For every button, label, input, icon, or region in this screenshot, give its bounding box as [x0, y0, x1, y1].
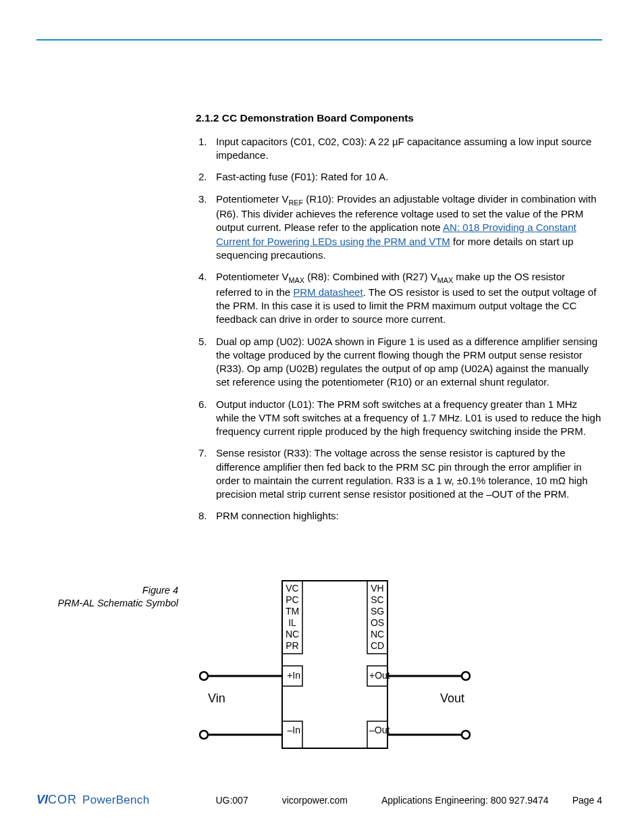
item-text: Output inductor (L01): The PRM soft swit… — [216, 398, 602, 439]
list-item: 5. Dual op amp (U02): U02A shown in Figu… — [196, 335, 602, 390]
pin-cd: CD — [371, 640, 384, 651]
item-number: 8. — [196, 509, 216, 523]
item-text: Dual op amp (U02): U02A shown in Figure … — [216, 335, 602, 390]
item-text: Potentiometer VMAX (R8): Combined with (… — [216, 270, 602, 326]
list-item: 4. Potentiometer VMAX (R8): Combined wit… — [196, 270, 602, 326]
pin-sc: SC — [371, 594, 383, 605]
footer-app-eng: Applications Engineering: 800 927.9474 — [381, 795, 549, 806]
item-number: 7. — [196, 446, 216, 501]
pin-il: IL — [288, 617, 296, 628]
page-footer: VICOR PowerBench UG:007 vicorpower.com A… — [36, 793, 602, 807]
label-in-neg: –In — [288, 725, 300, 735]
pin-vh: VH — [371, 583, 383, 594]
main-content: 2.1.2 CC Demonstration Board Components … — [196, 111, 602, 531]
item-text: Sense resistor (R33): The voltage across… — [216, 446, 602, 501]
pin-nc2: NC — [371, 629, 384, 640]
label-in-pos: +In — [287, 670, 300, 681]
label-vout: Vout — [440, 692, 464, 705]
list-item: 3. Potentiometer VREF (R10): Provides an… — [196, 192, 602, 263]
text-run: Potentiometer V — [216, 271, 289, 282]
footer-page: Page 4 — [572, 795, 602, 806]
top-rule — [36, 39, 602, 41]
item-number: 1. — [196, 135, 216, 163]
pin-nc: NC — [286, 629, 299, 640]
svg-point-8 — [200, 672, 208, 680]
item-number: 6. — [196, 398, 216, 439]
text-run: (R8): Combined with (R27) V — [304, 271, 437, 282]
logo-powerbench: PowerBench — [82, 793, 149, 806]
svg-point-12 — [462, 672, 470, 680]
prm-datasheet-link[interactable]: PRM datasheet — [293, 286, 363, 298]
vicor-logo: VICOR PowerBench — [36, 793, 149, 807]
section-heading: 2.1.2 CC Demonstration Board Components — [196, 111, 602, 126]
list-item: 6. Output inductor (L01): The PRM soft s… — [196, 398, 602, 439]
label-out-pos: +Out — [369, 670, 390, 681]
subscript: MAX — [289, 276, 304, 284]
item-number: 4. — [196, 270, 216, 326]
list-item: 7. Sense resistor (R33): The voltage acr… — [196, 446, 602, 501]
item-text: Potentiometer VREF (R10): Provides an ad… — [216, 192, 602, 263]
logo-vi: VI — [36, 793, 48, 806]
subscript: MAX — [437, 276, 453, 284]
item-text: PRM connection highlights: — [216, 509, 602, 523]
item-number: 3. — [196, 192, 216, 263]
list-item: 8. PRM connection highlights: — [196, 509, 602, 523]
item-text: Input capacitors (C01, C02, C03): A 22 µ… — [216, 135, 602, 163]
item-text: Fast-acting fuse (F01): Rated for 10 A. — [216, 170, 602, 184]
label-out-neg: –Out — [369, 725, 390, 735]
schematic-figure: VC PC TM IL NC PR VH SC SG OS NC CD +In … — [196, 579, 473, 755]
list-item: 1. Input capacitors (C01, C02, C03): A 2… — [196, 135, 602, 163]
label-vin: Vin — [208, 692, 225, 705]
logo-cor: COR — [48, 793, 77, 806]
item-number: 2. — [196, 170, 216, 184]
pin-os: OS — [371, 617, 384, 628]
item-number: 5. — [196, 335, 216, 390]
pin-pr: PR — [286, 640, 298, 651]
figure-caption: Figure 4 PRM-AL Schematic Symbol — [43, 584, 178, 610]
figure-title: PRM-AL Schematic Symbol — [43, 597, 178, 610]
component-list: 1. Input capacitors (C01, C02, C03): A 2… — [196, 135, 602, 523]
schematic-svg: VC PC TM IL NC PR VH SC SG OS NC CD +In … — [196, 579, 473, 755]
text-run: Potentiometer V — [216, 193, 289, 205]
pin-pc: PC — [286, 594, 298, 605]
subscript: REF — [289, 199, 304, 207]
footer-url: vicorpower.com — [282, 795, 348, 806]
list-item: 2. Fast-acting fuse (F01): Rated for 10 … — [196, 170, 602, 184]
figure-number: Figure 4 — [43, 584, 178, 597]
pin-vc: VC — [286, 583, 298, 594]
footer-ug: UG:007 — [215, 795, 248, 806]
svg-point-14 — [462, 731, 470, 739]
pin-sg: SG — [371, 606, 384, 617]
svg-point-10 — [200, 731, 208, 739]
pin-tm: TM — [286, 606, 299, 617]
